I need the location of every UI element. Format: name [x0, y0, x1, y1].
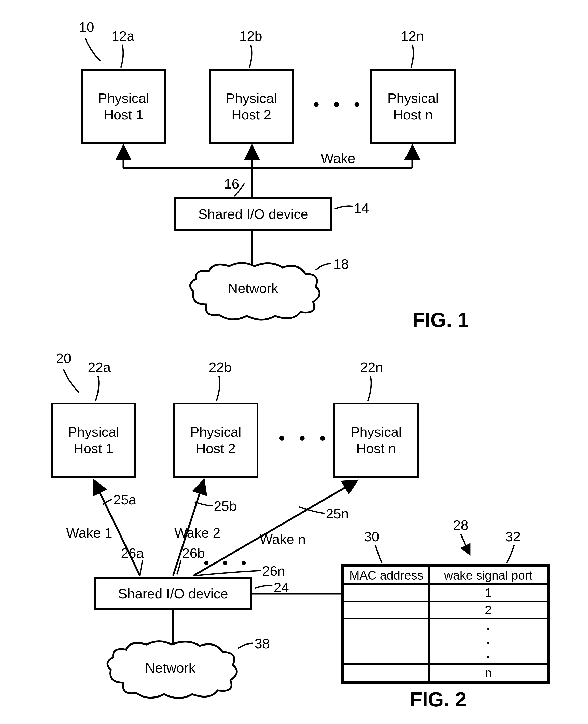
table-cell: n: [429, 664, 548, 681]
fig2-net-label: Network: [145, 660, 195, 676]
fig2-host-2-box: PhysicalHost 2: [173, 403, 258, 478]
fig2-wake-label-n: Wake n: [260, 531, 306, 547]
fig1-io-ref-side: 14: [354, 200, 369, 216]
fig2-port-ellipsis: • • •: [204, 554, 251, 572]
fig1-ref-main: 10: [79, 19, 94, 35]
table-row: n: [344, 664, 548, 681]
fig2-table-ref-main: 28: [453, 517, 468, 533]
fig2-table-col1-ref: 30: [364, 529, 379, 544]
fig2-ref-main: 20: [56, 350, 71, 366]
fig2-host-1-label: PhysicalHost 1: [68, 424, 119, 457]
fig1-host-2-label: PhysicalHost 2: [226, 90, 277, 123]
fig2-io-label: Shared I/O device: [118, 585, 228, 602]
fig2-port-ref-n: 26n: [262, 563, 285, 579]
table-col1-header: MAC address: [344, 567, 429, 584]
table-header-row: MAC address wake signal port: [344, 567, 548, 584]
fig2-wake-label-1: Wake 1: [66, 525, 112, 541]
fig2-host-n-box: PhysicalHost n: [333, 403, 419, 478]
fig2-wake-ref-1: 25a: [113, 492, 136, 507]
fig1-host-1-label: PhysicalHost 1: [98, 90, 149, 123]
fig1-wake-label: Wake: [321, 150, 355, 166]
fig2-host-n-label: PhysicalHost n: [351, 424, 402, 457]
table-cell: 2: [429, 601, 548, 619]
fig2-host-1-box: PhysicalHost 1: [51, 403, 136, 478]
fig1-caption: FIG. 1: [412, 308, 469, 332]
fig1-host-2-ref: 12b: [239, 28, 262, 44]
table-col2-header: wake signal port: [429, 567, 548, 584]
table-row: 2: [344, 601, 548, 619]
fig2-host-n-ref: 22n: [360, 359, 383, 375]
fig1-host-n-ref: 12n: [401, 28, 424, 44]
fig1-io-label: Shared I/O device: [198, 206, 308, 222]
fig1-host-1-ref: 12a: [111, 28, 134, 44]
fig1-io-box: Shared I/O device: [174, 197, 332, 230]
table-row: •••: [344, 619, 548, 664]
fig2-host-2-ref: 22b: [209, 359, 232, 375]
table-cell: •••: [429, 619, 548, 664]
fig2-table-col2-ref: 32: [505, 529, 521, 544]
fig1-host-2-box: PhysicalHost 2: [209, 69, 294, 144]
fig2-ellipsis: • • •: [279, 428, 330, 448]
fig1-host-n-box: PhysicalHost n: [370, 69, 456, 144]
fig2-table: MAC address wake signal port 1 2 ••• n: [341, 564, 550, 684]
table-row: 1: [344, 584, 548, 601]
fig1-host-n-label: PhysicalHost n: [387, 90, 439, 123]
fig2-wake-ref-n: 25n: [326, 506, 349, 521]
fig2-caption: FIG. 2: [410, 688, 466, 711]
fig2-wake-ref-2: 25b: [214, 498, 237, 514]
fig2-net-ref: 38: [255, 636, 270, 651]
fig1-ellipsis: • • •: [313, 94, 364, 115]
fig2-wake-label-2: Wake 2: [174, 525, 220, 541]
fig2-io-box: Shared I/O device: [94, 577, 252, 610]
fig2-host-1-ref: 22a: [88, 359, 111, 375]
table-cell: 1: [429, 584, 548, 601]
fig2-port-ref-2: 26b: [182, 545, 205, 561]
fig2-io-ref: 24: [274, 580, 289, 595]
fig1-host-1-box: PhysicalHost 1: [81, 69, 166, 144]
fig2-host-2-label: PhysicalHost 2: [190, 424, 241, 457]
fig1-net-label: Network: [228, 280, 278, 296]
fig2-port-ref-1: 26a: [121, 545, 144, 561]
fig1-io-ref-top: 16: [224, 176, 239, 192]
fig1-net-ref: 18: [333, 256, 349, 272]
